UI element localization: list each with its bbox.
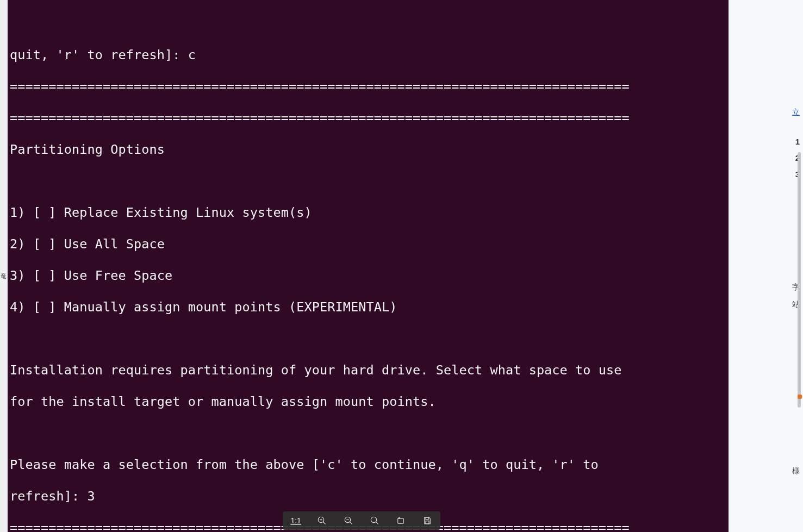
option-row: 4) [ ] Manually assign mount points (EXP…: [10, 299, 726, 315]
zoom-reset-button[interactable]: [366, 512, 383, 529]
host-right-gutter: 立 1 2 3 字 站 様: [729, 0, 803, 532]
save-button[interactable]: [419, 512, 435, 529]
help-text: for the install target or manually assig…: [10, 394, 726, 410]
prompt-tail: quit, 'r' to refresh]: c: [10, 47, 726, 63]
gutter-label: 様: [792, 466, 800, 476]
option-row: 3) [ ] Use Free Space: [10, 268, 726, 284]
user-input: 3: [87, 489, 95, 504]
viewer-toolbar: 1:1: [283, 511, 440, 530]
svg-line-8: [376, 522, 378, 524]
terminal-window[interactable]: quit, 'r' to refresh]: c ===============…: [8, 0, 729, 532]
rotate-icon: [396, 516, 406, 525]
host-left-strip: 竜 宽: [0, 0, 8, 532]
zoom-ratio-button[interactable]: 1:1: [288, 512, 304, 529]
svg-rect-11: [426, 521, 429, 524]
section-title: Partitioning Options: [10, 142, 726, 158]
rotate-button[interactable]: [393, 512, 409, 529]
prompt-line: refresh]: 3: [10, 489, 726, 504]
option-row: 1) [ ] Replace Existing Linux system(s): [10, 205, 726, 221]
save-icon: [422, 516, 432, 525]
gutter-label[interactable]: 立: [792, 108, 800, 117]
svg-rect-9: [398, 518, 404, 523]
user-input: c: [188, 47, 196, 62]
blank-line: [10, 173, 726, 189]
svg-line-5: [350, 522, 352, 524]
prompt-line: Please make a selection from the above […: [10, 457, 726, 473]
help-text: Installation requires partitioning of yo…: [10, 362, 726, 378]
option-row: 2) [ ] Use All Space: [10, 236, 726, 252]
divider: ========================================…: [10, 110, 726, 126]
svg-rect-10: [426, 517, 428, 520]
svg-point-7: [371, 517, 377, 523]
magnifier-icon: [370, 516, 379, 525]
scroll-marker: [798, 395, 802, 399]
zoom-in-button[interactable]: [314, 512, 330, 529]
blank-line: [10, 425, 726, 441]
zoom-out-icon: [344, 516, 353, 525]
blank-line: [10, 331, 726, 347]
left-strip-char: 竜: [0, 3, 8, 532]
svg-line-1: [323, 522, 326, 524]
divider: ========================================…: [10, 79, 726, 95]
zoom-in-icon: [317, 516, 327, 525]
scrollbar-thumb[interactable]: [798, 152, 801, 408]
zoom-out-button[interactable]: [340, 512, 357, 529]
